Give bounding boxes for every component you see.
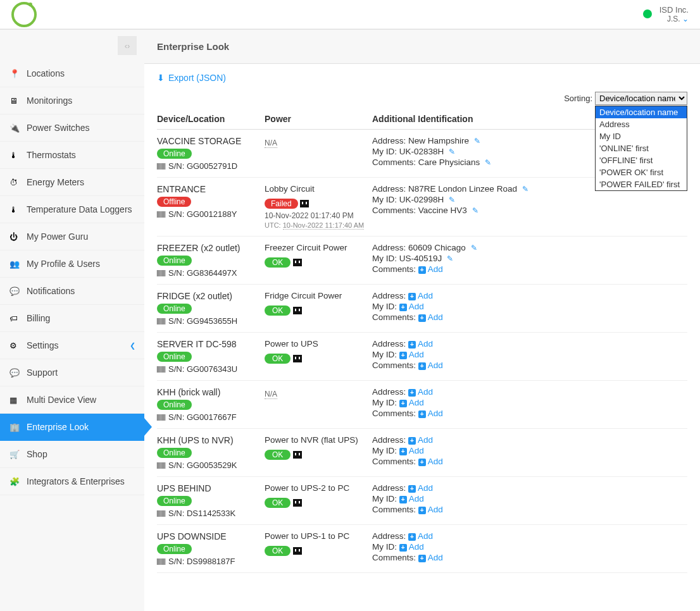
device-status-badge: Online xyxy=(157,352,192,362)
serial-number: S/N: GG0012188Y xyxy=(157,209,265,219)
add-address-link[interactable]: +Add xyxy=(408,339,433,349)
sidebar-item-monitorings[interactable]: 🖥Monitorings xyxy=(0,87,144,114)
edit-icon[interactable]: ✎ xyxy=(471,244,477,252)
serial-number: S/N: DS1142533K xyxy=(157,509,265,518)
add-comments-link[interactable]: +Add xyxy=(418,312,443,322)
sidebar-item-temperature-data-loggers[interactable]: 🌡Temperature Data Loggers xyxy=(0,196,144,223)
add-comments-link[interactable]: +Add xyxy=(418,264,443,274)
power-status-badge: N/A xyxy=(265,390,277,399)
add-address-link[interactable]: +Add xyxy=(408,531,433,541)
sidebar-item-shop[interactable]: 🛒Shop xyxy=(0,441,144,468)
add-myid-link[interactable]: +Add xyxy=(399,350,424,359)
sidebar-item-my-profile-users[interactable]: 👥My Profile & Users xyxy=(0,250,144,278)
add-comments-link[interactable]: +Add xyxy=(418,361,443,370)
sorting-option[interactable]: My ID xyxy=(596,130,687,142)
add-myid-link[interactable]: +Add xyxy=(399,302,424,311)
svg-text:📍: 📍 xyxy=(9,68,20,78)
gauge-icon: ⏱ xyxy=(9,176,20,188)
plus-icon: + xyxy=(399,448,407,455)
edit-icon[interactable]: ✎ xyxy=(522,185,528,194)
sidebar-item-label: Locations xyxy=(27,68,65,78)
sorting-dropdown[interactable]: Device/location nameAddressMy ID'ONLINE'… xyxy=(595,106,687,191)
download-icon: ⬇ xyxy=(157,73,165,83)
addl-myid: My ID: +Add xyxy=(372,350,687,359)
addl-myid: My ID: +Add xyxy=(372,446,687,455)
device-status-badge: Online xyxy=(157,304,192,314)
sidebar-item-enterprise-look[interactable]: 🏢Enterprise Look xyxy=(0,414,144,441)
table-row: FREEZER (x2 outlet)Online S/N: GG8364497… xyxy=(157,237,687,285)
add-address-link[interactable]: +Add xyxy=(408,483,433,493)
serial-number: S/N: DS9988187F xyxy=(157,557,265,566)
barcode-icon xyxy=(157,510,166,517)
power-circuit-name: Power to UPS-1 to PC xyxy=(265,531,372,541)
account-block[interactable]: ISD Inc. J.S. ⌄ xyxy=(659,5,689,24)
sidebar-item-support[interactable]: 💬Support xyxy=(0,359,144,386)
sidebar-item-label: Monitorings xyxy=(27,96,72,106)
sidebar: ‹› 📍Locations🖥Monitorings🔌Power Switches… xyxy=(0,29,144,611)
sidebar-collapse-toggle[interactable]: ‹› xyxy=(118,36,137,55)
device-status-badge: Offline xyxy=(157,197,191,207)
sidebar-item-multi-device-view[interactable]: ▦Multi Device View xyxy=(0,386,144,414)
sidebar-item-notifications[interactable]: 💬Notifications xyxy=(0,278,144,305)
edit-icon[interactable]: ✎ xyxy=(447,254,453,263)
sidebar-item-energy-meters[interactable]: ⏱Energy Meters xyxy=(0,169,144,196)
addl-address: Address: +Add xyxy=(372,387,687,397)
edit-icon[interactable]: ✎ xyxy=(474,137,480,145)
sorting-option[interactable]: 'POWER OK' first xyxy=(596,166,687,178)
sorting-option[interactable]: Address xyxy=(596,118,687,130)
plus-icon: + xyxy=(418,410,426,418)
power-status-badge: OK xyxy=(265,306,291,316)
addl-address: Address: 60609 Chicago ✎ xyxy=(372,243,687,252)
add-comments-link[interactable]: +Add xyxy=(418,457,443,466)
addl-comments: Comments: +Add xyxy=(372,361,687,370)
edit-icon[interactable]: ✎ xyxy=(449,195,455,204)
addl-comments: Comments: Vaccine HV3 ✎ xyxy=(372,206,687,215)
sorting-option[interactable]: Device/location name xyxy=(596,106,687,118)
add-myid-link[interactable]: +Add xyxy=(399,446,424,455)
sidebar-item-label: Integrators & Enterprises xyxy=(27,476,125,486)
sidebar-item-label: Energy Meters xyxy=(27,177,84,187)
barcode-icon xyxy=(157,462,166,469)
sidebar-item-thermostats[interactable]: 🌡Thermostats xyxy=(0,142,144,169)
device-name: ENTRANCE xyxy=(157,184,265,194)
sidebar-item-integrators-enterprises[interactable]: 🧩Integrators & Enterprises xyxy=(0,468,144,495)
add-address-link[interactable]: +Add xyxy=(408,435,433,445)
edit-icon[interactable]: ✎ xyxy=(449,147,455,156)
sidebar-item-settings[interactable]: ⚙Settings❮ xyxy=(0,332,144,359)
add-comments-link[interactable]: +Add xyxy=(418,505,443,514)
sorting-option[interactable]: 'POWER FAILED' first xyxy=(596,178,687,190)
edit-icon[interactable]: ✎ xyxy=(485,158,491,167)
edit-icon[interactable]: ✎ xyxy=(472,206,478,215)
table-row: SERVER IT DC-598Online S/N: GG0076343UPo… xyxy=(157,333,687,381)
add-comments-link[interactable]: +Add xyxy=(418,409,443,418)
barcode-icon xyxy=(157,366,166,373)
sorting-option[interactable]: 'OFFLINE' first xyxy=(596,154,687,166)
plus-icon: + xyxy=(399,304,407,311)
power-timestamp-utc: UTC: 10-Nov-2022 11:17:40 AM xyxy=(265,220,372,230)
table-row: UPS BEHINDOnline S/N: DS1142533KPower to… xyxy=(157,477,687,525)
sidebar-item-locations[interactable]: 📍Locations xyxy=(0,60,144,87)
add-myid-link[interactable]: +Add xyxy=(399,398,424,407)
addl-comments: Comments: +Add xyxy=(372,312,687,322)
add-myid-link[interactable]: +Add xyxy=(399,542,424,552)
puzzle-icon: 🧩 xyxy=(9,476,20,487)
add-comments-link[interactable]: +Add xyxy=(418,553,443,562)
add-address-link[interactable]: +Add xyxy=(408,291,433,300)
topbar: ISD Inc. J.S. ⌄ xyxy=(0,0,700,29)
outlet-icon xyxy=(293,355,302,362)
outlet-icon xyxy=(300,200,309,207)
sidebar-item-billing[interactable]: 🏷Billing xyxy=(0,305,144,332)
add-address-link[interactable]: +Add xyxy=(408,387,433,397)
export-json-link[interactable]: ⬇ Export (JSON) xyxy=(157,73,226,83)
power-circuit-name: Freezer Circuit Power xyxy=(265,243,372,252)
sidebar-item-label: Temperature Data Loggers xyxy=(27,204,132,214)
sidebar-item-my-power-guru[interactable]: ⏻My Power Guru xyxy=(0,223,144,250)
sorting-option[interactable]: 'ONLINE' first xyxy=(596,142,687,154)
svg-text:🧩: 🧩 xyxy=(9,476,20,486)
add-myid-link[interactable]: +Add xyxy=(399,494,424,503)
device-status-badge: Online xyxy=(157,448,192,458)
sorting-select[interactable]: Device/location name xyxy=(595,92,687,105)
svg-text:▦: ▦ xyxy=(9,395,17,405)
sidebar-item-power-switches[interactable]: 🔌Power Switches xyxy=(0,114,144,142)
col-power-header: Power xyxy=(265,114,372,124)
